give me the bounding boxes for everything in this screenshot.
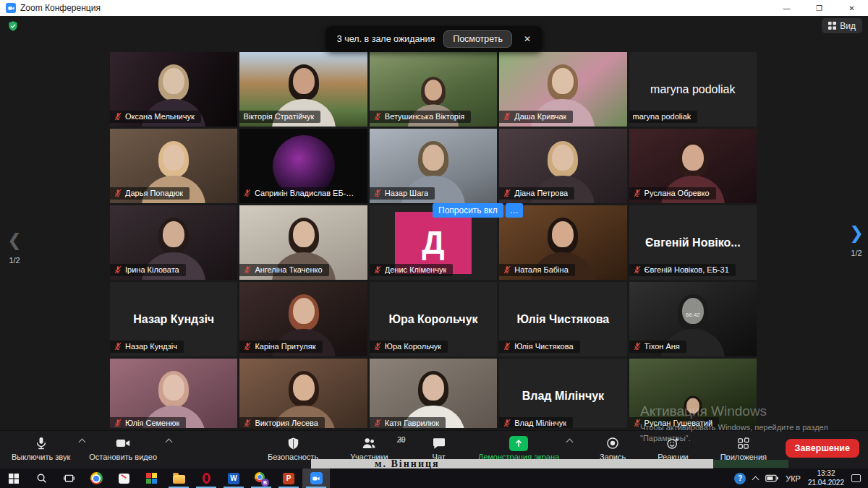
taskbar-clock[interactable]: 13:32 21.04.2022 <box>808 469 844 487</box>
taskbar-powerpoint-icon[interactable]: P <box>275 468 302 488</box>
participants-button[interactable]: 39 Участники <box>343 433 407 461</box>
participant-tile[interactable]: Діана Петрова <box>499 129 626 203</box>
action-center-icon[interactable] <box>851 474 861 482</box>
participant-tile[interactable]: Оксана Мельничук <box>110 52 237 127</box>
whiteboard-icon <box>119 474 129 484</box>
participant-tile[interactable]: Каріна Притуляк <box>239 282 367 356</box>
search-icon <box>36 473 47 484</box>
video-grid: Оксана Мельничук Вікторія Стратійчук <box>110 52 757 428</box>
participant-tile[interactable]: Даша Кривчак <box>499 52 626 127</box>
next-page-control[interactable]: ❯ 1/2 <box>849 223 864 257</box>
taskbar-word-icon[interactable]: W <box>220 468 247 488</box>
participant-tile[interactable]: Юра Корольчук Юра Корольчук <box>370 282 497 356</box>
muted-mic-icon <box>503 342 511 351</box>
name-tag: Назар Кундзіч <box>110 341 184 353</box>
muted-mic-icon <box>503 189 511 197</box>
participant-name: Ірина Кіловата <box>125 265 179 274</box>
taskbar-whiteboard-icon[interactable] <box>110 468 137 488</box>
name-tag: Ветушинська Вікторія <box>370 111 472 123</box>
participant-tile[interactable]: Руслана Обревко <box>629 129 757 203</box>
encryption-shield-icon[interactable] <box>7 20 19 35</box>
clock-time: 13:32 <box>808 469 844 479</box>
participant-tile[interactable]: Юлія Семенюк <box>110 359 237 428</box>
participant-tile[interactable]: Ірина Кіловата <box>110 205 237 280</box>
participant-tile[interactable]: 66:42 Тіхон Аня <box>629 282 757 356</box>
muted-mic-icon <box>503 419 511 427</box>
waiting-room-close-icon[interactable]: ✕ <box>521 33 534 46</box>
name-tag: Ірина Кіловата <box>110 264 186 276</box>
participant-tile[interactable]: Виктория Лесева <box>239 359 367 428</box>
camera-icon <box>115 435 131 452</box>
folder-icon <box>173 475 185 484</box>
task-view-button[interactable] <box>55 468 82 488</box>
participant-tile[interactable]: Вікторія Стратійчук <box>239 52 367 127</box>
windows-taskbar: W B P ? УКР 13:32 21.04.2022 <box>0 468 868 488</box>
participant-tile[interactable]: maryna podoliak maryna podoliak <box>629 52 757 127</box>
chat-button[interactable]: Чат <box>425 433 454 461</box>
apps-button[interactable]: Приложения <box>713 433 774 461</box>
restore-button[interactable]: ❐ <box>803 0 835 16</box>
participant-tile[interactable]: Назар Шага <box>370 129 497 203</box>
video-overlay-text: 66:42 <box>686 312 700 318</box>
participant-tile[interactable]: Ангеліна Ткаченко <box>239 205 367 280</box>
participant-tile[interactable]: Ветушинська Вікторія <box>370 52 497 127</box>
record-icon <box>605 435 620 452</box>
participant-name: Руслана Обревко <box>644 189 710 197</box>
more-options-button[interactable]: … <box>506 203 523 218</box>
participant-tile[interactable]: Влад Мілінчук Влад Мілінчук <box>499 359 626 428</box>
record-button[interactable]: Запись <box>592 433 633 461</box>
microphone-icon <box>34 435 48 452</box>
participant-tile[interactable]: Юлія Чистякова Юлія Чистякова <box>499 282 626 356</box>
language-indicator[interactable]: УКР <box>786 474 801 483</box>
name-tag: Дарья Попадюк <box>110 187 190 200</box>
taskbar-chrome-icon[interactable] <box>82 468 110 488</box>
shield-icon <box>286 435 300 452</box>
reactions-button[interactable]: Реакции <box>650 433 696 461</box>
waiting-room-view-button[interactable]: Посмотреть <box>443 30 512 48</box>
windows-logo-icon <box>9 474 19 484</box>
view-button[interactable]: Вид <box>822 18 862 33</box>
taskbar-zoom-icon[interactable] <box>302 468 330 488</box>
taskbar-game-icon[interactable] <box>137 468 165 488</box>
participant-tile[interactable]: Катя Гаврилюк <box>370 359 497 428</box>
participant-tile[interactable]: Євгеній Новіко... Євгеній Новіков, ЕБ-31 <box>629 205 757 280</box>
muted-mic-icon <box>243 265 252 274</box>
taskbar-opera-icon[interactable] <box>192 468 220 488</box>
participant-tile[interactable]: Саприкін Владислав ЕБ-31д <box>239 129 367 203</box>
ask-to-unmute-button[interactable]: Попросить вкл <box>433 203 503 218</box>
chevron-up-icon[interactable] <box>166 439 173 446</box>
task-view-icon <box>64 473 75 484</box>
name-tag: Саприкін Владислав ЕБ-31д <box>239 187 362 200</box>
previous-page-control[interactable]: ❮ 1/2 <box>7 230 22 265</box>
end-meeting-button[interactable]: Завершение <box>786 439 859 458</box>
view-button-label: Вид <box>840 21 856 31</box>
battery-icon[interactable] <box>765 474 778 482</box>
share-screen-button[interactable]: Демонстрация экрана <box>471 433 575 461</box>
security-button[interactable]: Безопасность <box>260 433 326 461</box>
participant-tile[interactable]: Дарья Попадюк <box>110 129 237 203</box>
hidden-icons-chevron[interactable] <box>752 476 760 483</box>
mute-button[interactable]: Выключить звук <box>4 433 82 461</box>
participant-name: Юлія Семенюк <box>125 419 179 427</box>
participant-name: Ангеліна Ткаченко <box>255 265 322 274</box>
background-document-strip: м. Вінниця <box>311 459 713 468</box>
participant-tile[interactable]: Назар Кундзіч Назар Кундзіч <box>110 282 237 356</box>
participant-name: Євгеній Новіков, ЕБ-31 <box>644 265 729 274</box>
minimize-button[interactable]: — <box>770 0 803 16</box>
chevron-left-icon[interactable]: ❮ <box>7 230 22 250</box>
help-tray-icon[interactable]: ? <box>734 473 746 484</box>
participant-name: Саприкін Владислав ЕБ-31д <box>255 189 356 197</box>
start-button[interactable] <box>0 468 27 488</box>
search-button[interactable] <box>27 468 55 488</box>
chevron-right-icon[interactable]: ❯ <box>849 223 864 243</box>
name-tag: Вікторія Стратійчук <box>239 111 320 123</box>
participant-tile[interactable]: Руслан Гушеватий <box>629 359 757 428</box>
close-button[interactable]: ✕ <box>835 0 868 16</box>
muted-mic-icon <box>114 189 122 197</box>
taskbar-browser-profile-icon[interactable]: B <box>247 468 275 488</box>
taskbar-explorer-icon[interactable] <box>165 468 192 488</box>
chevron-up-icon[interactable] <box>566 439 574 446</box>
muted-mic-icon <box>503 265 511 274</box>
muted-mic-icon <box>114 342 122 351</box>
stop-video-button[interactable]: Остановить видео <box>82 433 169 461</box>
